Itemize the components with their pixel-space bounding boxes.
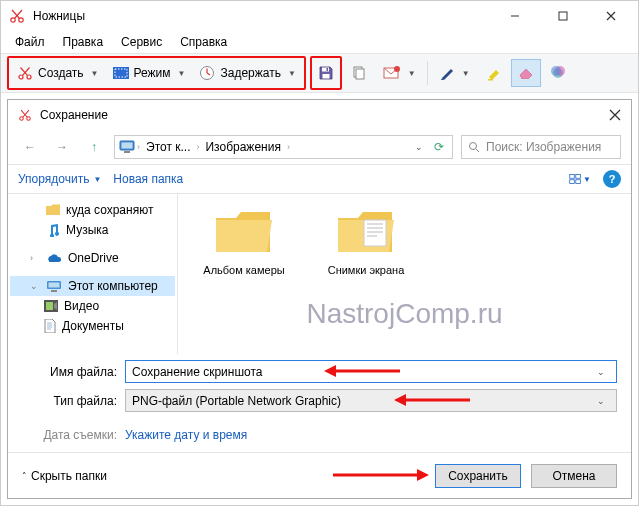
chevron-down-icon: ▼ bbox=[408, 69, 416, 78]
folder-label: Снимки экрана bbox=[328, 264, 405, 276]
svg-point-21 bbox=[27, 117, 31, 121]
pen-button[interactable]: ▼ bbox=[432, 59, 477, 87]
svg-point-25 bbox=[470, 143, 477, 150]
menu-edit[interactable]: Правка bbox=[55, 33, 112, 51]
close-button[interactable] bbox=[596, 6, 626, 26]
search-input[interactable]: Поиск: Изображения bbox=[461, 135, 621, 159]
svg-point-19 bbox=[551, 66, 561, 76]
help-button[interactable]: ? bbox=[603, 170, 621, 188]
new-snip-label: Создать bbox=[38, 66, 84, 80]
svg-rect-10 bbox=[322, 74, 329, 79]
annotation-toolbar-highlight: Создать ▼ Режим ▼ Задержать ▼ bbox=[7, 56, 306, 90]
send-button[interactable]: ▼ bbox=[376, 59, 423, 87]
menu-tools[interactable]: Сервис bbox=[113, 33, 170, 51]
annotation-save-highlight bbox=[310, 56, 342, 90]
filename-input[interactable]: Сохранение скриншота ⌄ bbox=[125, 360, 617, 383]
svg-rect-16 bbox=[488, 79, 493, 81]
tree-item[interactable]: Документы bbox=[10, 316, 175, 336]
dialog-close-button[interactable] bbox=[609, 109, 621, 121]
paint-3d-icon bbox=[550, 65, 566, 81]
maximize-button[interactable] bbox=[548, 6, 578, 26]
folder-item[interactable]: Снимки экрана bbox=[316, 206, 416, 276]
new-folder-button[interactable]: Новая папка bbox=[113, 172, 183, 186]
annotation-arrow bbox=[331, 467, 431, 483]
envelope-icon bbox=[383, 66, 401, 80]
delay-label: Задержать bbox=[220, 66, 280, 80]
folder-icon bbox=[46, 204, 60, 216]
svg-rect-23 bbox=[122, 143, 133, 149]
highlighter-icon bbox=[486, 65, 502, 81]
document-icon bbox=[44, 319, 56, 333]
view-options-button[interactable]: ▼ bbox=[569, 168, 591, 190]
chevron-down-icon: ▼ bbox=[288, 69, 296, 78]
menu-file[interactable]: Файл bbox=[7, 33, 53, 51]
mode-button[interactable]: Режим ▼ bbox=[106, 59, 193, 87]
svg-rect-24 bbox=[124, 151, 130, 153]
minimize-button[interactable] bbox=[500, 6, 530, 26]
chevron-down-icon[interactable]: ⌄ bbox=[592, 396, 610, 406]
chevron-down-icon: ▼ bbox=[91, 69, 99, 78]
organize-button[interactable]: Упорядочить ▼ bbox=[18, 172, 101, 186]
dialog-title: Сохранение bbox=[40, 108, 609, 122]
tree-item-this-pc[interactable]: ⌄Этот компьютер bbox=[10, 276, 175, 296]
svg-point-15 bbox=[394, 66, 400, 72]
watermark-text: NastrojComp.ru bbox=[306, 298, 502, 330]
pc-icon bbox=[119, 140, 135, 154]
chevron-down-icon: ▼ bbox=[178, 69, 186, 78]
tree-item[interactable]: Видео bbox=[10, 296, 175, 316]
navigation-tree[interactable]: куда сохраняют Музыка ›OneDrive ⌄Этот ко… bbox=[8, 194, 178, 354]
floppy-disk-icon bbox=[318, 65, 334, 81]
svg-line-26 bbox=[476, 149, 479, 152]
svg-point-20 bbox=[20, 117, 24, 121]
svg-rect-3 bbox=[559, 12, 567, 20]
folder-icon bbox=[334, 206, 398, 258]
toolbar-separator bbox=[427, 61, 428, 85]
cancel-button[interactable]: Отмена bbox=[531, 464, 617, 488]
eraser-button[interactable] bbox=[511, 59, 541, 87]
save-file-button[interactable]: Сохранить bbox=[435, 464, 521, 488]
breadcrumb-segment[interactable]: Этот к... bbox=[142, 140, 194, 154]
svg-rect-28 bbox=[576, 174, 581, 178]
hide-folders-button[interactable]: ˄Скрыть папки bbox=[22, 469, 107, 483]
folder-label: Альбом камеры bbox=[203, 264, 284, 276]
scissors-icon bbox=[9, 8, 25, 24]
highlighter-button[interactable] bbox=[479, 59, 509, 87]
search-icon bbox=[468, 141, 480, 153]
date-taken-link[interactable]: Укажите дату и время bbox=[125, 428, 247, 442]
nav-back-button[interactable]: ← bbox=[18, 135, 42, 159]
window-title: Ножницы bbox=[33, 9, 500, 23]
copy-button[interactable] bbox=[344, 59, 374, 87]
chevron-down-icon[interactable]: ⌄ bbox=[410, 142, 428, 152]
filetype-select[interactable]: PNG-файл (Portable Network Graphic) ⌄ bbox=[125, 389, 617, 412]
new-snip-button[interactable]: Создать ▼ bbox=[10, 59, 106, 87]
folder-item[interactable]: Альбом камеры bbox=[194, 206, 294, 276]
svg-rect-35 bbox=[46, 302, 53, 310]
filetype-label: Тип файла: bbox=[22, 394, 117, 408]
tree-item[interactable]: ›OneDrive bbox=[10, 248, 175, 268]
chevron-right-icon: › bbox=[137, 142, 140, 152]
nav-up-button[interactable]: ↑ bbox=[82, 135, 106, 159]
menu-help[interactable]: Справка bbox=[172, 33, 235, 51]
tree-item[interactable]: Музыка bbox=[10, 220, 175, 240]
edit-paint3d-button[interactable] bbox=[543, 59, 573, 87]
chevron-up-icon: ˄ bbox=[22, 471, 27, 481]
chevron-down-icon[interactable]: ⌄ bbox=[592, 367, 610, 377]
eraser-icon bbox=[518, 67, 534, 79]
svg-rect-33 bbox=[51, 290, 57, 292]
breadcrumb[interactable]: › Этот к... › Изображения › ⌄ ⟳ bbox=[114, 135, 453, 159]
delay-button[interactable]: Задержать ▼ bbox=[192, 59, 302, 87]
file-list[interactable]: Альбом камеры Снимки экрана NastrojComp.… bbox=[178, 194, 631, 354]
save-button[interactable] bbox=[313, 59, 339, 87]
chevron-down-icon: ▼ bbox=[93, 175, 101, 184]
scissors-icon bbox=[17, 65, 33, 81]
clock-icon bbox=[199, 65, 215, 81]
breadcrumb-segment[interactable]: Изображения bbox=[201, 140, 284, 154]
svg-rect-30 bbox=[576, 180, 581, 184]
copy-icon bbox=[351, 65, 367, 81]
svg-rect-13 bbox=[356, 69, 364, 79]
music-icon bbox=[46, 223, 60, 237]
svg-rect-27 bbox=[570, 174, 575, 178]
pen-icon bbox=[439, 65, 455, 81]
refresh-icon[interactable]: ⟳ bbox=[430, 140, 448, 154]
tree-item[interactable]: куда сохраняют bbox=[10, 200, 175, 220]
